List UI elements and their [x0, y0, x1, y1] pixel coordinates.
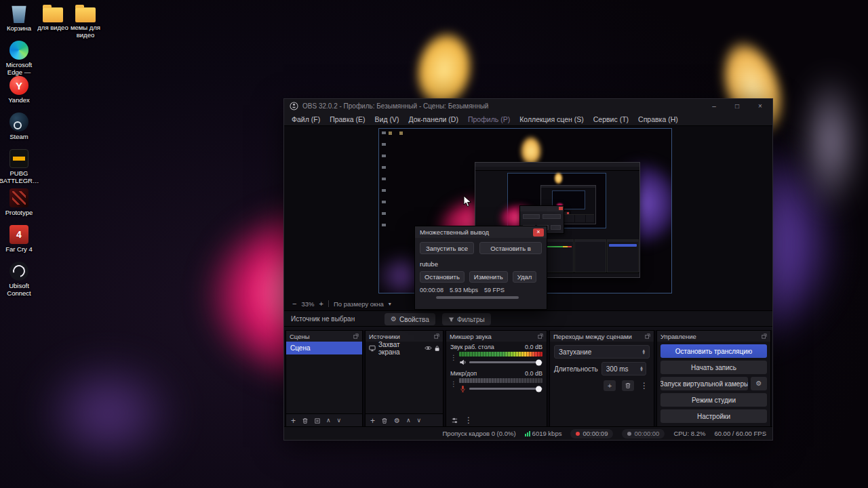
duration-spinbox[interactable]: 300 ms ▴ ▾ [601, 362, 646, 375]
move-source-up-button[interactable]: ∧ [406, 418, 411, 424]
duration-label: Длительность [554, 365, 598, 373]
dialog-titlebar[interactable]: Множественный вывод × [415, 226, 547, 238]
obs-logo-icon [290, 102, 298, 110]
maximize-button[interactable]: □ [728, 100, 747, 112]
menu-bar: Файл (F) Правка (E) Вид (V) Док-панели (… [284, 113, 772, 126]
studio-mode-button[interactable]: Режим студии [660, 393, 767, 407]
menu-file[interactable]: Файл (F) [287, 113, 325, 126]
desktop-icon-label: Prototype [5, 209, 33, 217]
mixer-menu-button[interactable]: ⋮ [465, 416, 473, 424]
scene-filters-button[interactable] [315, 418, 320, 424]
virtual-camera-settings-button[interactable]: ⚙ [751, 377, 767, 390]
stop-streaming-button[interactable]: Остановить трансляцию [660, 344, 767, 358]
channel-menu-button[interactable]: ⋮ [450, 378, 457, 392]
docks-row: Сцены Сцена + ∧ ∨ Источники [284, 330, 772, 428]
remove-scene-button[interactable] [302, 418, 309, 424]
transition-value: Затухание [559, 348, 642, 356]
volume-slider[interactable] [469, 388, 542, 390]
transition-select[interactable]: Затухание ▴ ▾ [554, 345, 650, 359]
scene-item-selected[interactable]: Сцена [286, 342, 362, 354]
sources-list: Захват экрана [366, 342, 443, 413]
settings-button[interactable]: Настройки [660, 409, 767, 423]
add-source-button[interactable]: + [370, 417, 375, 425]
volume-meter [459, 352, 542, 357]
desktop-icon-pubg[interactable]: PUBG BATTLEGR… [1, 149, 37, 185]
desktop-icon-video-folder[interactable]: для видео [35, 4, 71, 32]
menu-docks[interactable]: Док-панели (D) [403, 113, 462, 126]
delete-output-button[interactable]: Удал [513, 271, 537, 283]
mixer-config-icon[interactable] [451, 417, 458, 424]
mixer-channel-mic: Микр/доп 0.0 dB ⋮ [450, 370, 542, 392]
source-toolbar: Источник не выбран ⚙ Свойства Фильтры [284, 310, 772, 327]
stop-all-button[interactable]: Остановить в [479, 242, 542, 254]
zoom-in-icon[interactable]: + [319, 300, 323, 308]
dialog-scrollbar[interactable] [436, 296, 519, 299]
popout-icon[interactable] [762, 333, 767, 339]
output-name: rutube [420, 260, 542, 268]
mixer-dock-header[interactable]: Микшер звука [446, 331, 547, 342]
desktop-icon-edge[interactable]: Microsoft Edge — [1, 41, 37, 77]
mic-muted-icon[interactable] [459, 385, 467, 392]
popout-icon[interactable] [645, 333, 650, 339]
volume-slider[interactable] [469, 361, 542, 363]
dialog-body: Запустить все Остановить в rutube Остано… [415, 238, 547, 299]
popout-icon[interactable] [353, 333, 359, 339]
dialog-close-button[interactable]: × [533, 228, 544, 237]
window-titlebar[interactable]: OBS 32.0.2 - Профиль: Безымянный - Сцены… [284, 99, 772, 113]
status-bar: Пропуск кадров 0 (0.0%) 6019 kbps 00:00:… [284, 426, 772, 440]
move-source-down-button[interactable]: ∨ [417, 418, 422, 424]
steam-icon [9, 113, 28, 131]
virtual-camera-button[interactable]: Запуск виртуальной камеры [660, 377, 748, 390]
channel-menu-button[interactable]: ⋮ [450, 352, 457, 366]
spin-down-icon[interactable]: ▾ [640, 369, 643, 371]
mixer-toolbar: ⋮ [446, 413, 547, 427]
fps-status: 60.00 / 60.00 FPS [714, 430, 766, 437]
zoom-fit-dropdown[interactable]: По размеру окна [334, 300, 384, 308]
source-properties-button[interactable]: ⚙ [394, 418, 400, 424]
dialog-title: Множественный вывод [420, 228, 533, 236]
transition-menu-button[interactable]: ⋮ [640, 382, 648, 390]
desktop-icon-yandex[interactable]: Y Yandex [1, 76, 37, 104]
menu-tools[interactable]: Сервис (T) [589, 113, 633, 126]
menu-view[interactable]: Вид (V) [370, 113, 404, 126]
desktop-icon-label: Steam [9, 134, 28, 141]
remove-source-button[interactable] [381, 418, 388, 424]
stop-output-button[interactable]: Остановить [420, 271, 465, 283]
start-recording-button[interactable]: Начать запись [660, 361, 767, 374]
popout-icon[interactable] [538, 333, 543, 339]
source-item[interactable]: Захват экрана [366, 342, 443, 354]
add-transition-button[interactable]: + [604, 380, 616, 391]
transitions-dock-header[interactable]: Переходы между сценами [550, 331, 654, 342]
desktop-icon-steam[interactable]: Steam [1, 113, 37, 141]
move-scene-up-button[interactable]: ∧ [326, 418, 331, 424]
desktop-icon-ubisoft[interactable]: Ubisoft Connect [1, 262, 37, 298]
properties-button[interactable]: ⚙ Свойства [384, 313, 435, 325]
start-all-button[interactable]: Запустить все [420, 242, 474, 254]
add-scene-button[interactable]: + [291, 417, 296, 425]
close-button[interactable]: × [751, 100, 770, 112]
zoom-out-icon[interactable]: − [292, 300, 296, 308]
desktop-icon-farcry4[interactable]: 4 Far Cry 4 [1, 225, 37, 253]
chevron-down-icon[interactable]: ▾ [389, 301, 391, 307]
edit-output-button[interactable]: Изменить [469, 271, 508, 283]
minimize-button[interactable]: – [705, 100, 724, 112]
menu-edit[interactable]: Правка (E) [325, 113, 370, 126]
filters-button[interactable]: Фильтры [442, 313, 491, 325]
remove-transition-button[interactable] [622, 380, 634, 391]
record-time: 00:00:00 [634, 430, 659, 437]
eye-icon[interactable] [425, 345, 432, 351]
desktop-icon-recycle-bin[interactable]: Корзина [1, 4, 37, 33]
caret-down-icon: ▾ [642, 352, 645, 354]
lock-icon[interactable] [435, 345, 439, 352]
move-scene-down-button[interactable]: ∨ [337, 418, 342, 424]
desktop-icon-prototype[interactable]: Prototype [1, 188, 37, 217]
desktop-icon-memes-folder[interactable]: мемы для видео [68, 4, 103, 39]
popout-icon[interactable] [434, 333, 439, 339]
menu-scene-collection[interactable]: Коллекция сцен (S) [515, 113, 589, 126]
menu-help[interactable]: Справка (H) [633, 113, 683, 126]
speaker-icon[interactable] [459, 359, 467, 366]
menu-profile[interactable]: Профиль (P) [463, 113, 515, 126]
controls-dock-header[interactable]: Управление [657, 331, 770, 342]
zoom-value: 33% [301, 300, 314, 308]
scenes-dock-header[interactable]: Сцены [286, 331, 362, 342]
